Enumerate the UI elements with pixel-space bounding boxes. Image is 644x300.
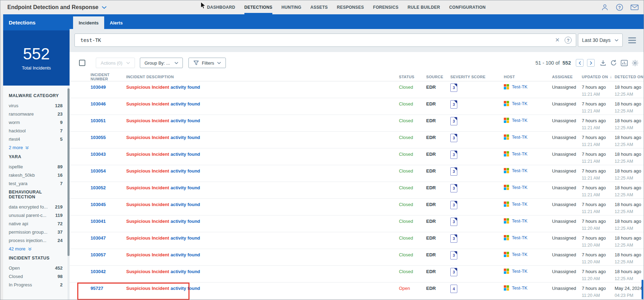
incident-number-link[interactable]: 103054 bbox=[91, 168, 106, 174]
clear-search-icon[interactable]: ✕ bbox=[555, 37, 560, 43]
host-link[interactable]: Test-TK bbox=[512, 101, 528, 106]
incident-description-cell[interactable]: Suspicious Incidentactivity found bbox=[126, 85, 399, 90]
table-row[interactable]: 95727 Suspicious Incidentactivity found … bbox=[70, 283, 644, 299]
host-link[interactable]: Test-TK bbox=[512, 235, 528, 240]
incident-number-link[interactable]: 103052 bbox=[91, 185, 106, 190]
nav-item[interactable]: DETECTIONS bbox=[244, 0, 272, 14]
table-row[interactable]: 103057 Suspicious Incidentactivity found… bbox=[70, 249, 644, 266]
host-link[interactable]: Test-TK bbox=[512, 134, 528, 140]
table-row[interactable]: 103055 Suspicious Incidentactivity found… bbox=[70, 132, 644, 148]
incident-description-cell[interactable]: Suspicious Incidentactivity found bbox=[126, 252, 399, 257]
chart-view-icon[interactable] bbox=[621, 60, 628, 66]
nav-item[interactable]: DASHBOARD bbox=[207, 0, 235, 14]
tab[interactable]: Alerts bbox=[104, 16, 128, 29]
search-help-icon[interactable]: ? bbox=[565, 37, 572, 44]
col-detected-on[interactable]: DETECTED ON bbox=[615, 75, 644, 79]
incident-number-link[interactable]: 103042 bbox=[91, 269, 106, 274]
col-severity-score[interactable]: SEVERITY SCORE bbox=[450, 75, 504, 79]
help-icon[interactable]: ? bbox=[616, 3, 623, 11]
refresh-icon[interactable] bbox=[610, 59, 617, 66]
filters-button[interactable]: Filters bbox=[188, 58, 226, 68]
incident-description-cell[interactable]: Suspicious Incidentactivity found bbox=[126, 135, 399, 140]
filter-item[interactable]: unusual parent-c... 119 bbox=[9, 213, 63, 218]
filter-item[interactable]: hacktool 7 bbox=[9, 128, 63, 133]
menu-icon[interactable] bbox=[628, 37, 636, 43]
select-all-checkbox[interactable] bbox=[79, 60, 85, 66]
incident-description-cell[interactable]: Suspicious Incidentactivity found bbox=[126, 168, 399, 174]
host-link[interactable]: Test-TK bbox=[512, 84, 528, 89]
filter-item[interactable]: virus 128 bbox=[9, 103, 63, 108]
nav-item[interactable]: HUNTING bbox=[281, 0, 301, 14]
table-row[interactable]: 103042 Suspicious Incidentactivity found… bbox=[70, 266, 644, 283]
next-page-button[interactable] bbox=[587, 59, 595, 67]
gear-icon[interactable] bbox=[631, 59, 639, 67]
table-row[interactable]: 103043 Suspicious Incidentactivity found… bbox=[70, 148, 644, 165]
tab[interactable]: Incidents bbox=[73, 16, 104, 29]
incident-number-link[interactable]: 95727 bbox=[91, 286, 103, 291]
col-incident-description[interactable]: INCIDENT DESCRIPTION bbox=[126, 75, 399, 79]
incident-number-link[interactable]: 103046 bbox=[91, 101, 106, 107]
host-link[interactable]: Test-TK bbox=[512, 218, 528, 224]
filter-item[interactable]: ispefile 89 bbox=[9, 164, 63, 169]
host-link[interactable]: Test-TK bbox=[512, 269, 528, 274]
table-row[interactable]: 103054 Suspicious Incidentactivity found… bbox=[70, 165, 644, 182]
app-title-menu[interactable]: Endpoint Detection and Response bbox=[7, 4, 107, 10]
host-link[interactable]: Test-TK bbox=[512, 285, 528, 291]
filter-item[interactable]: worm 9 bbox=[9, 120, 63, 125]
nav-item[interactable]: CONFIGURATION bbox=[449, 0, 486, 14]
filter-item[interactable]: ransomware 23 bbox=[9, 111, 63, 117]
host-link[interactable]: Test-TK bbox=[512, 252, 528, 257]
col-host[interactable]: HOST bbox=[504, 75, 552, 79]
incident-description-cell[interactable]: Suspicious Incidentactivity found bbox=[126, 219, 399, 224]
filter-item[interactable]: Closed 98 bbox=[9, 274, 63, 279]
table-row[interactable]: 103047 Suspicious Incidentactivity found… bbox=[70, 232, 644, 249]
show-more-link[interactable]: 42 more bbox=[9, 246, 63, 251]
incident-number-link[interactable]: 103045 bbox=[91, 202, 106, 207]
incident-description-cell[interactable]: Suspicious Incidentactivity found bbox=[126, 269, 399, 274]
incident-number-link[interactable]: 103049 bbox=[91, 85, 106, 90]
col-assignee[interactable]: ASSIGNEE bbox=[552, 75, 582, 79]
user-icon[interactable] bbox=[601, 3, 609, 11]
table-row[interactable]: 103049 Suspicious Incidentactivity found… bbox=[70, 81, 644, 98]
incident-description-cell[interactable]: Suspicious Incidentactivity found bbox=[126, 101, 399, 107]
filter-item[interactable]: data encrypted fo... 219 bbox=[9, 204, 63, 210]
filter-item[interactable]: native api 72 bbox=[9, 221, 63, 226]
table-row[interactable]: 103046 Suspicious Incidentactivity found… bbox=[70, 98, 644, 115]
incident-number-link[interactable]: 103043 bbox=[91, 152, 106, 157]
filter-item[interactable]: process injection... 24 bbox=[9, 238, 63, 243]
prev-page-button[interactable] bbox=[576, 59, 584, 67]
incident-description-cell[interactable]: Suspicious Incidentactivity found bbox=[126, 152, 399, 157]
time-range-dropdown[interactable]: Last 30 Days bbox=[578, 34, 623, 47]
col-source[interactable]: SOURCE bbox=[426, 75, 450, 79]
incident-description-cell[interactable]: Suspicious Incidentactivity found bbox=[126, 118, 399, 123]
table-row[interactable]: 103041 Suspicious Incidentactivity found… bbox=[70, 215, 644, 232]
filter-item[interactable]: permission group... 37 bbox=[9, 229, 63, 235]
col-incident-number[interactable]: INCIDENT NUMBER bbox=[91, 73, 126, 81]
group-by-dropdown[interactable]: Group By: ... bbox=[140, 58, 183, 68]
host-link[interactable]: Test-TK bbox=[512, 151, 528, 156]
filter-item[interactable]: test_yara 7 bbox=[9, 181, 63, 186]
incident-number-link[interactable]: 103047 bbox=[91, 235, 106, 241]
table-row[interactable]: 103045 Suspicious Incidentactivity found… bbox=[70, 199, 644, 215]
filter-item[interactable]: In Progress 2 bbox=[9, 282, 63, 287]
host-link[interactable]: Test-TK bbox=[512, 185, 528, 190]
incident-number-link[interactable]: 103051 bbox=[91, 118, 106, 123]
search-input[interactable] bbox=[80, 37, 555, 43]
incident-number-link[interactable]: 103057 bbox=[91, 252, 106, 257]
host-link[interactable]: Test-TK bbox=[512, 202, 528, 207]
incident-number-link[interactable]: 103041 bbox=[91, 219, 106, 224]
incident-number-link[interactable]: 103055 bbox=[91, 135, 106, 140]
nav-item[interactable]: RESPONSES bbox=[337, 0, 364, 14]
show-more-link[interactable]: 2 more bbox=[9, 145, 63, 150]
col-updated-on[interactable]: UPDATED ON↓ bbox=[582, 74, 615, 79]
incident-description-cell[interactable]: Suspicious Incidentactivity found bbox=[126, 286, 399, 291]
actions-button[interactable]: Actions (0) bbox=[96, 58, 135, 68]
host-link[interactable]: Test-TK bbox=[512, 168, 528, 173]
table-row[interactable]: 103052 Suspicious Incidentactivity found… bbox=[70, 182, 644, 199]
nav-item[interactable]: ASSETS bbox=[310, 0, 328, 14]
nav-item[interactable]: FORENSICS bbox=[373, 0, 399, 14]
host-link[interactable]: Test-TK bbox=[512, 118, 528, 123]
nav-item[interactable]: RULE BUILDER bbox=[408, 0, 440, 14]
col-status[interactable]: STATUS bbox=[399, 75, 426, 79]
incident-description-cell[interactable]: Suspicious Incidentactivity found bbox=[126, 202, 399, 207]
